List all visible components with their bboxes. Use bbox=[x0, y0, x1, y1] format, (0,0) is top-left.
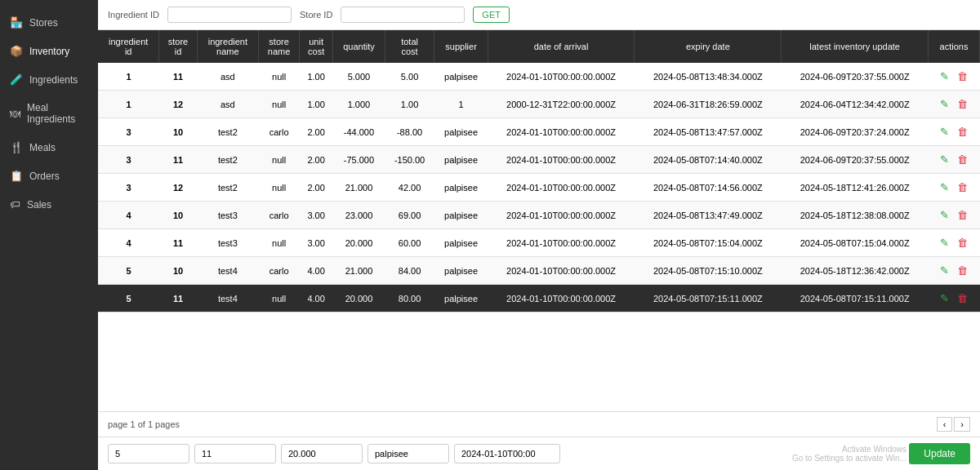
sidebar-item-ingredients[interactable]: 🧪Ingredients bbox=[0, 65, 98, 94]
edit-quantity[interactable] bbox=[281, 444, 363, 463]
cell-store-name: null bbox=[259, 285, 300, 313]
delete-row-button[interactable]: 🗑 bbox=[955, 290, 970, 306]
cell-date-arrival: 2024-01-10T00:00:00.000Z bbox=[488, 118, 635, 146]
cell-unit-cost: 2.00 bbox=[300, 118, 333, 146]
table-row[interactable]: 5 11 test4 null 4.00 20.000 80.00 palpis… bbox=[98, 285, 980, 313]
cell-quantity: 5.000 bbox=[333, 63, 385, 91]
delete-row-button[interactable]: 🗑 bbox=[955, 207, 970, 223]
cell-unit-cost: 2.00 bbox=[300, 174, 333, 202]
delete-row-button[interactable]: 🗑 bbox=[955, 152, 970, 167]
table-row[interactable]: 5 10 test4 carlo 4.00 21.000 84.00 palpi… bbox=[98, 257, 980, 285]
cell-total-cost: 69.00 bbox=[385, 202, 434, 229]
sidebar-item-meal-ingredients[interactable]: 🍽Meal Ingredients bbox=[0, 94, 98, 133]
cell-supplier: 1 bbox=[434, 91, 488, 118]
sidebar-item-sales[interactable]: 🏷Sales bbox=[0, 190, 98, 219]
sidebar-label-meal-ingredients: Meal Ingredients bbox=[27, 102, 88, 125]
cell-actions: ✎ 🗑 bbox=[929, 202, 980, 229]
cell-ingredient-id: 5 bbox=[98, 285, 159, 313]
col-store-name: storename bbox=[259, 30, 300, 63]
cell-expiry-date: 2024-05-08T13:47:49.000Z bbox=[635, 202, 782, 229]
cell-ingredient-id: 4 bbox=[98, 202, 159, 229]
ingredient-id-input[interactable] bbox=[167, 7, 292, 23]
next-page-button[interactable]: › bbox=[954, 417, 970, 432]
cell-latest-update: 2024-05-18T12:36:42.000Z bbox=[782, 257, 929, 285]
delete-row-button[interactable]: 🗑 bbox=[955, 69, 970, 84]
sidebar: 🏪Stores📦Inventory🧪Ingredients🍽Meal Ingre… bbox=[0, 0, 98, 470]
table-row[interactable]: 3 11 test2 null 2.00 -75.000 -150.00 pal… bbox=[98, 146, 980, 174]
sidebar-item-inventory[interactable]: 📦Inventory bbox=[0, 37, 98, 65]
cell-date-arrival: 2024-01-10T00:00:00.000Z bbox=[488, 146, 635, 174]
prev-page-button[interactable]: ‹ bbox=[937, 417, 953, 432]
cell-expiry-date: 2024-05-08T07:14:40.000Z bbox=[635, 146, 782, 174]
get-button[interactable]: GET bbox=[473, 7, 510, 23]
cell-ingredient-id: 3 bbox=[98, 118, 159, 146]
cell-ingredient-name: test4 bbox=[197, 285, 259, 313]
col-expiry-date: expiry date bbox=[635, 30, 782, 63]
cell-store-id: 10 bbox=[159, 118, 197, 146]
sidebar-item-orders[interactable]: 📋Orders bbox=[0, 162, 98, 190]
cell-ingredient-id: 3 bbox=[98, 146, 159, 174]
edit-row-button[interactable]: ✎ bbox=[938, 180, 951, 195]
edit-row-button[interactable]: ✎ bbox=[938, 290, 951, 306]
delete-row-button[interactable]: 🗑 bbox=[955, 96, 970, 112]
cell-expiry-date: 2024-05-08T07:15:10.000Z bbox=[635, 257, 782, 285]
cell-store-name: carlo bbox=[259, 257, 300, 285]
sales-icon: 🏷 bbox=[10, 198, 20, 211]
edit-row-button[interactable]: ✎ bbox=[938, 152, 951, 167]
cell-ingredient-name: test2 bbox=[197, 146, 259, 174]
sidebar-item-meals[interactable]: 🍴Meals bbox=[0, 133, 98, 162]
edit-row-button[interactable]: ✎ bbox=[938, 124, 951, 140]
store-id-input[interactable] bbox=[341, 7, 465, 23]
cell-quantity: -75.000 bbox=[333, 146, 385, 174]
table-row[interactable]: 4 10 test3 carlo 3.00 23.000 69.00 palpi… bbox=[98, 202, 980, 229]
delete-row-button[interactable]: 🗑 bbox=[955, 263, 970, 278]
update-button[interactable]: Update bbox=[909, 443, 970, 464]
edit-row-button[interactable]: ✎ bbox=[938, 235, 951, 251]
edit-row-button[interactable]: ✎ bbox=[938, 263, 951, 278]
cell-quantity: -44.000 bbox=[333, 118, 385, 146]
cell-store-name: null bbox=[259, 174, 300, 202]
cell-ingredient-name: test3 bbox=[197, 202, 259, 229]
edit-row-button[interactable]: ✎ bbox=[938, 96, 951, 112]
table-row[interactable]: 3 10 test2 carlo 2.00 -44.000 -88.00 pal… bbox=[98, 118, 980, 146]
edit-row-button[interactable]: ✎ bbox=[938, 207, 951, 223]
table-row[interactable]: 1 12 asd null 1.00 1.000 1.00 1 2000-12-… bbox=[98, 91, 980, 118]
cell-store-name: null bbox=[259, 91, 300, 118]
edit-supplier[interactable] bbox=[368, 444, 449, 463]
cell-ingredient-id: 1 bbox=[98, 91, 159, 118]
table-row[interactable]: 3 12 test2 null 2.00 21.000 42.00 palpis… bbox=[98, 174, 980, 202]
cell-latest-update: 2024-05-08T07:15:11.000Z bbox=[782, 285, 929, 313]
table-header-row: ingredientid storeid ingredientname stor… bbox=[98, 30, 980, 63]
delete-row-button[interactable]: 🗑 bbox=[955, 180, 970, 195]
cell-actions: ✎ 🗑 bbox=[929, 229, 980, 257]
cell-ingredient-name: test2 bbox=[197, 118, 259, 146]
sidebar-label-stores: Stores bbox=[29, 17, 58, 29]
cell-ingredient-name: asd bbox=[197, 63, 259, 91]
cell-store-id: 10 bbox=[159, 202, 197, 229]
edit-store-id[interactable] bbox=[194, 444, 276, 463]
table-row[interactable]: 1 11 asd null 1.00 5.000 5.00 palpisee 2… bbox=[98, 63, 980, 91]
edit-row-button[interactable]: ✎ bbox=[938, 69, 951, 84]
cell-latest-update: 2024-05-18T12:38:08.000Z bbox=[782, 202, 929, 229]
sidebar-label-inventory: Inventory bbox=[29, 46, 69, 57]
cell-store-id: 11 bbox=[159, 146, 197, 174]
col-date-arrival: date of arrival bbox=[488, 30, 635, 63]
cell-total-cost: 1.00 bbox=[385, 91, 434, 118]
delete-row-button[interactable]: 🗑 bbox=[955, 124, 970, 140]
cell-ingredient-name: test3 bbox=[197, 229, 259, 257]
sidebar-item-stores[interactable]: 🏪Stores bbox=[0, 8, 98, 37]
cell-expiry-date: 2024-06-31T18:26:59.000Z bbox=[635, 91, 782, 118]
cell-supplier: palpisee bbox=[434, 202, 488, 229]
cell-supplier: palpisee bbox=[434, 174, 488, 202]
edit-date[interactable] bbox=[454, 444, 560, 463]
col-store-id: storeid bbox=[159, 30, 197, 63]
table-row[interactable]: 4 11 test3 null 3.00 20.000 60.00 palpis… bbox=[98, 229, 980, 257]
cell-actions: ✎ 🗑 bbox=[929, 63, 980, 91]
delete-row-button[interactable]: 🗑 bbox=[955, 235, 970, 251]
edit-ingredient-id[interactable] bbox=[108, 444, 189, 463]
cell-latest-update: 2024-06-09T20:37:55.000Z bbox=[782, 146, 929, 174]
cell-total-cost: -88.00 bbox=[385, 118, 434, 146]
cell-store-name: carlo bbox=[259, 118, 300, 146]
cell-unit-cost: 4.00 bbox=[300, 257, 333, 285]
cell-quantity: 21.000 bbox=[333, 257, 385, 285]
